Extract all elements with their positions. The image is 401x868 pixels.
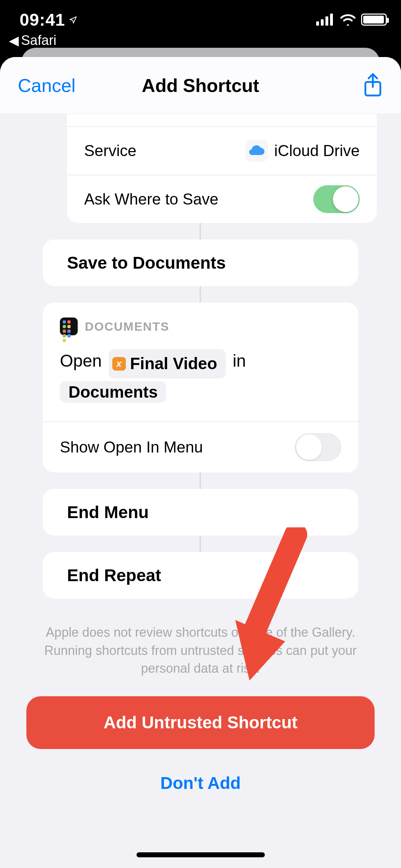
connector-line — [200, 223, 201, 239]
share-button[interactable] — [363, 73, 383, 98]
home-indicator[interactable] — [137, 852, 265, 857]
connector-line — [200, 286, 201, 303]
service-value[interactable]: iCloud Drive — [246, 140, 360, 162]
icloud-icon — [246, 140, 268, 162]
back-app-label: Safari — [21, 33, 56, 48]
end-repeat-label: End Repeat — [67, 566, 161, 585]
action-end-repeat[interactable]: End Repeat — [43, 552, 358, 599]
variable-pill-final-video[interactable]: x Final Video — [109, 349, 226, 378]
add-untrusted-shortcut-button[interactable]: Add Untrusted Shortcut — [26, 696, 375, 749]
cancel-button[interactable]: Cancel — [18, 75, 76, 96]
ask-where-toggle[interactable] — [313, 185, 360, 213]
nav-bar: Cancel Add Shortcut — [0, 57, 401, 114]
variable-label: Final Video — [130, 351, 217, 377]
app-pill-documents[interactable]: Documents — [60, 381, 166, 403]
open-text-pre: Open — [60, 351, 107, 370]
open-action-body: Open x Final Video in Documents — [43, 342, 358, 421]
content-area: Service iCloud Drive Ask Where to Save S… — [0, 114, 401, 868]
open-text-mid: in — [233, 351, 246, 370]
cellular-icon — [316, 14, 335, 26]
battery-icon — [361, 14, 387, 26]
dont-add-label: Don't Add — [160, 774, 241, 792]
connector-line — [200, 472, 201, 489]
show-open-in-menu-label: Show Open In Menu — [60, 438, 295, 456]
dont-add-button[interactable]: Don't Add — [0, 773, 401, 793]
save-action-label: Save to Documents — [67, 253, 226, 272]
status-bar: 09:41 ◀ Safari — [0, 0, 401, 53]
back-to-app[interactable]: ◀ Safari — [9, 33, 56, 48]
service-value-text: iCloud Drive — [274, 142, 360, 160]
back-chevron-icon: ◀ — [9, 34, 19, 47]
end-menu-label: End Menu — [67, 503, 149, 522]
untrusted-warning-text: Apple does not review shortcuts outside … — [0, 599, 401, 696]
device-frame: 09:41 ◀ Safari Cancel Add Shortcut — [0, 0, 401, 868]
documents-app-icon — [60, 317, 78, 335]
menu-item-save-to-documents[interactable]: Save to Documents — [43, 239, 358, 286]
share-icon — [363, 73, 383, 97]
variable-icon: x — [112, 357, 126, 371]
location-icon — [69, 16, 77, 24]
action-end-menu[interactable]: End Menu — [43, 489, 358, 536]
status-time-text: 09:41 — [20, 10, 65, 30]
show-open-in-menu-toggle[interactable] — [295, 433, 341, 461]
status-right — [316, 14, 387, 26]
connector-line — [200, 536, 201, 552]
ask-where-label: Ask Where to Save — [84, 190, 313, 208]
service-label: Service — [84, 142, 246, 160]
wifi-icon — [340, 14, 356, 26]
action-card-save-file[interactable]: Service iCloud Drive Ask Where to Save — [67, 114, 377, 223]
status-time: 09:41 — [20, 10, 77, 30]
modal-sheet: Cancel Add Shortcut Service — [0, 57, 401, 868]
action-card-open-in-documents[interactable]: DOCUMENTS Open x Final Video in Document… — [43, 303, 358, 472]
documents-header-label: DOCUMENTS — [85, 320, 169, 334]
app-pill-label: Documents — [68, 383, 158, 401]
add-button-label: Add Untrusted Shortcut — [104, 713, 298, 732]
